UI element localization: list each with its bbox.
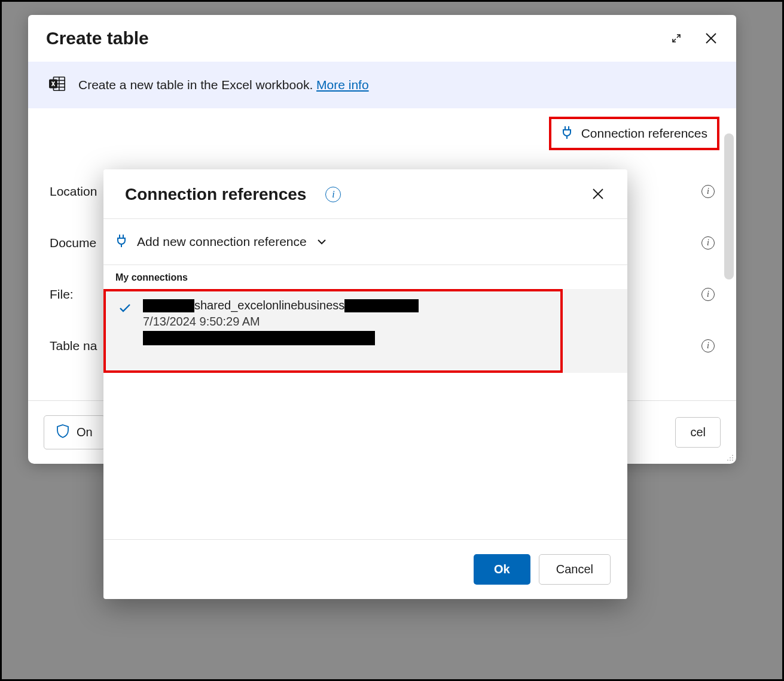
connection-references-bar: Connection references [28, 108, 736, 150]
scrollbar[interactable] [724, 133, 734, 279]
connection-references-label: Connection references [581, 126, 707, 141]
svg-point-15 [732, 460, 733, 461]
panel-header: Create table [28, 15, 736, 62]
connection-details: shared_excelonlinebusiness 7/13/2024 9:5… [143, 299, 419, 345]
connection-item[interactable]: shared_excelonlinebusiness 7/13/2024 9:5… [106, 291, 560, 370]
info-icon[interactable]: i [701, 288, 715, 301]
info-banner: Create a new table in the Excel workbook… [28, 62, 736, 108]
plug-icon [561, 125, 573, 142]
info-icon[interactable]: i [701, 236, 715, 250]
footer-left-label: On [77, 425, 93, 439]
ok-button[interactable]: Ok [474, 554, 530, 585]
connection-list: shared_excelonlinebusiness 7/13/2024 9:5… [103, 289, 627, 373]
info-icon[interactable]: i [325, 187, 341, 202]
connection-owner [143, 331, 419, 345]
banner-text: Create a new table in the Excel workbook… [78, 78, 369, 92]
highlight-box: Connection references [549, 117, 719, 150]
info-icon[interactable]: i [701, 339, 715, 352]
redacted-text [143, 299, 194, 312]
dialog-header: Connection references i [103, 169, 627, 218]
dialog-footer: Ok Cancel [103, 539, 627, 599]
svg-point-14 [730, 460, 731, 461]
check-icon [118, 301, 132, 315]
redacted-text [143, 331, 375, 345]
expand-icon[interactable] [669, 31, 684, 45]
excel-icon [48, 75, 66, 95]
svg-point-17 [732, 457, 733, 458]
footer-right-button[interactable]: cel [675, 417, 721, 448]
connection-references-dialog: Connection references i Add new connecti… [103, 169, 627, 599]
connection-name: shared_excelonlinebusiness [143, 299, 419, 312]
page-title: Create table [46, 28, 149, 48]
add-connection-reference-label: Add new connection reference [137, 235, 307, 249]
dialog-title: Connection references [125, 185, 306, 204]
chevron-down-icon [316, 236, 327, 247]
footer-left-button[interactable]: On [44, 415, 105, 449]
connection-references-button[interactable]: Connection references [561, 125, 707, 142]
svg-point-13 [727, 460, 728, 461]
my-connections-label: My connections [103, 265, 627, 289]
resize-handle[interactable] [724, 452, 734, 461]
shield-icon [56, 424, 69, 441]
connection-name-text: shared_excelonlinebusiness [194, 299, 344, 312]
close-icon[interactable] [704, 31, 718, 45]
close-icon[interactable] [591, 187, 606, 202]
more-info-link[interactable]: More info [316, 78, 369, 92]
redacted-text [344, 299, 419, 312]
info-icon[interactable]: i [701, 185, 715, 198]
plug-icon [115, 233, 127, 250]
svg-point-16 [730, 457, 731, 458]
svg-point-18 [732, 455, 733, 456]
header-icon-group [669, 31, 718, 45]
add-connection-reference-button[interactable]: Add new connection reference [103, 219, 627, 265]
cancel-button[interactable]: Cancel [539, 554, 611, 585]
highlight-box: shared_excelonlinebusiness 7/13/2024 9:5… [103, 289, 563, 373]
connection-timestamp: 7/13/2024 9:50:29 AM [143, 315, 419, 329]
